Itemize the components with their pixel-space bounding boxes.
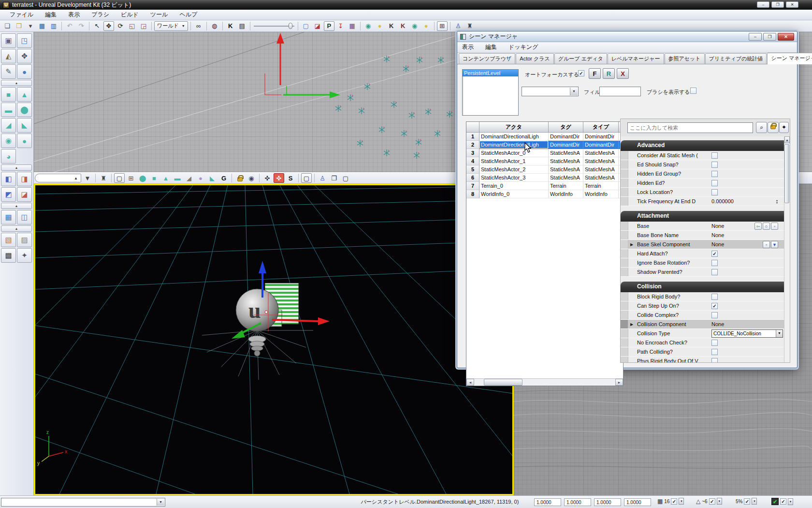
texture-align-button[interactable]: ✎ [1, 64, 16, 79]
column-header-item[interactable]: アクタ [479, 122, 549, 133]
property-checkbox[interactable]: ✓ [711, 303, 718, 309]
special-brush-button[interactable]: ▦ [1, 210, 16, 224]
square-region-icon[interactable]: ▢ [301, 173, 312, 183]
level-list[interactable]: PersistentLevel [462, 69, 519, 116]
table-cell[interactable]: DominantDir [583, 141, 619, 149]
scale-tool-icon[interactable]: ◱ [127, 21, 137, 31]
open-file-icon[interactable]: ❒ [14, 21, 24, 31]
menu-item-4[interactable]: ビルド [115, 10, 145, 20]
property-checkbox[interactable] [711, 340, 718, 346]
collapse-group-button[interactable]: ▲ [1, 203, 32, 209]
drag-grid-value-1[interactable]: 1.0000 [564, 498, 591, 506]
wrench-icon[interactable]: ✦ [779, 122, 789, 133]
clear-icon[interactable]: ▫ [763, 241, 770, 248]
table-cell[interactable]: Terrain [583, 182, 619, 190]
csg-intersect-button[interactable]: ◩ [1, 187, 16, 202]
brush-cone-icon[interactable]: ▲ [160, 173, 171, 183]
sphere-widget-button[interactable]: ● [17, 64, 32, 79]
table-cell[interactable]: WorldInfo_0 [479, 190, 549, 198]
squint-icon[interactable]: S [285, 173, 296, 183]
scroll-right-icon[interactable]: ► [615, 379, 623, 386]
joystick-record-icon[interactable]: ✜ [274, 173, 284, 183]
table-cell[interactable]: DominantDirectionalLigh [479, 133, 549, 141]
property-checkbox[interactable] [711, 162, 718, 168]
brush-cylinder-icon[interactable]: ⬤ [137, 173, 148, 183]
table-cell[interactable]: StaticMeshA [583, 174, 619, 182]
property-checkbox[interactable] [711, 180, 718, 186]
menu-item-2[interactable]: 表示 [62, 10, 86, 20]
spin-up-icon[interactable]: ▲ [776, 199, 778, 201]
table-cell[interactable]: DominantDir [549, 133, 583, 141]
expand-arrow-icon[interactable]: ▶ [628, 242, 635, 247]
property-checkbox[interactable] [711, 358, 718, 363]
autofocus-checkbox[interactable]: ✓ [578, 70, 584, 76]
scrollbar-thumb[interactable] [784, 144, 789, 203]
world-dropdown[interactable]: ワールド▼ [154, 21, 188, 31]
menu-item-1[interactable]: 編集 [39, 10, 62, 20]
scroll-up-icon[interactable]: ▲ [784, 136, 790, 143]
tab-actor-classes[interactable]: Actor クラス [516, 53, 554, 64]
scene-menu-item-0[interactable]: 表示 [462, 43, 474, 51]
menu-item-0[interactable]: ファイル [4, 10, 39, 20]
find-icon[interactable]: ○ [763, 223, 770, 230]
table-cell[interactable]: WorldInfo [549, 190, 583, 198]
table-cell[interactable]: StaticMeshA [583, 165, 619, 174]
show-brushes-checkbox[interactable] [690, 88, 696, 94]
down-caret-icon[interactable]: ▼ [82, 173, 93, 183]
drag-grid-value-0[interactable]: 1.0000 [534, 498, 561, 506]
brush-cylinder-button[interactable]: ⬤ [17, 103, 32, 117]
terrain-mode-button[interactable]: ◭ [1, 49, 16, 63]
translate-tool-icon[interactable]: ✥ [103, 21, 114, 31]
mosaic-icon[interactable]: ▦ [347, 21, 358, 31]
property-checkbox[interactable] [711, 260, 718, 266]
scene-menu-item-1[interactable]: 編集 [485, 43, 497, 51]
collapse-group-button[interactable]: ▲ [1, 225, 32, 232]
slider-knob[interactable] [289, 23, 292, 29]
brush-spiral-stair-button[interactable]: ◉ [1, 134, 16, 148]
shield-icon[interactable]: ◉ [363, 21, 374, 31]
dropdown-caret-icon[interactable]: ▼ [788, 498, 793, 505]
lock-icon[interactable] [768, 122, 779, 133]
table-cell[interactable]: StaticMeshActor_2 [479, 165, 549, 174]
section-header-advanced[interactable]: Advanced [621, 140, 785, 151]
property-dropdown[interactable]: COLLIDE_NoCollision▼ [711, 329, 783, 338]
scroll-left-icon[interactable]: ◄ [466, 379, 474, 386]
column-header-item[interactable]: タグ [549, 122, 583, 133]
table-cell[interactable]: StaticMeshActor_3 [479, 174, 549, 182]
player-start-icon[interactable]: ♙ [453, 21, 464, 31]
property-checkbox[interactable]: ✓ [711, 251, 718, 257]
brush-cone-button[interactable]: ▲ [17, 87, 32, 102]
game-mode-icon[interactable]: G [218, 173, 229, 183]
filter-input[interactable] [599, 87, 641, 96]
level-item-persistentlevel[interactable]: PersistentLevel [463, 70, 518, 76]
kismet-ref2-icon[interactable]: K [398, 21, 408, 31]
drag-grid-value-2[interactable]: 1.0000 [594, 498, 621, 506]
table-cell[interactable]: WorldInfo [583, 190, 619, 198]
clear-icon[interactable]: ▫ [771, 223, 778, 230]
focus-button[interactable]: F [589, 68, 601, 79]
maximize-viewport-icon[interactable]: ▢ [340, 173, 351, 183]
far-clip-slider[interactable] [253, 21, 295, 31]
table-cell[interactable]: DominantDir [549, 141, 583, 149]
table-cell[interactable]: StaticMeshA [583, 149, 619, 157]
add-volume-button[interactable]: ◫ [17, 210, 32, 224]
matinee-icon[interactable]: ▤ [237, 21, 247, 31]
use-selected-icon[interactable]: ⇦ [754, 223, 762, 230]
drag-grid-value-3[interactable]: 1.0000 [624, 498, 651, 506]
brush-clip-button[interactable]: ▨ [17, 233, 32, 247]
spinner-buttons[interactable]: ▲▼ [776, 199, 778, 204]
brush-sheet-button[interactable]: ▬ [1, 103, 16, 117]
maximize-button[interactable]: ❐ [771, 1, 784, 8]
property-checkbox[interactable] [711, 269, 718, 275]
brush-sphere-button[interactable]: ● [17, 134, 32, 148]
table-cell[interactable]: StaticMeshA [549, 157, 583, 165]
volume-icon[interactable]: ◪ [312, 21, 323, 31]
properties-vertical-scrollbar[interactable]: ▲ [784, 136, 790, 362]
brush-sheet-icon[interactable]: ▬ [172, 173, 183, 183]
brush-sphere-icon[interactable]: ● [195, 173, 206, 183]
build-tools-button[interactable]: ✦ [17, 248, 32, 263]
kismet-ref-icon[interactable]: K [386, 21, 397, 31]
brush-wedge-icon[interactable]: ◢ [184, 173, 194, 183]
brush-curved-stair-button[interactable]: ◕ [1, 149, 16, 164]
table-cell[interactable]: StaticMeshA [583, 157, 619, 165]
